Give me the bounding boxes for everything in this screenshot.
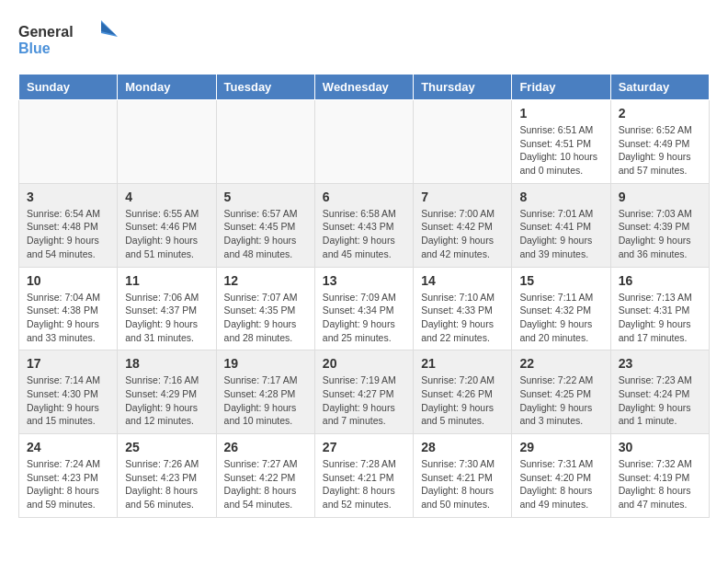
day-number: 10 [27,273,109,288]
day-info: Sunrise: 7:32 AM Sunset: 4:19 PM Dayligh… [619,457,701,511]
day-info: Sunrise: 7:03 AM Sunset: 4:39 PM Dayligh… [619,207,701,261]
day-number: 16 [619,273,701,288]
day-info: Sunrise: 7:31 AM Sunset: 4:20 PM Dayligh… [519,457,602,511]
day-number: 26 [224,440,307,454]
day-number: 20 [323,356,405,371]
day-of-week-header: Thursday [414,75,512,100]
calendar-cell: 20Sunrise: 7:19 AM Sunset: 4:27 PM Dayli… [314,350,413,434]
calendar-cell: 21Sunrise: 7:20 AM Sunset: 4:26 PM Dayli… [414,350,512,434]
day-number: 19 [224,356,307,371]
calendar-cell: 19Sunrise: 7:17 AM Sunset: 4:28 PM Dayli… [216,350,314,434]
calendar-week-row: 10Sunrise: 7:04 AM Sunset: 4:38 PM Dayli… [19,267,710,350]
day-info: Sunrise: 6:58 AM Sunset: 4:43 PM Dayligh… [323,207,405,261]
day-number: 6 [323,190,405,204]
day-info: Sunrise: 6:51 AM Sunset: 4:51 PM Dayligh… [519,123,602,178]
day-number: 28 [421,440,504,454]
calendar-cell: 9Sunrise: 7:03 AM Sunset: 4:39 PM Daylig… [610,183,709,267]
calendar-cell: 17Sunrise: 7:14 AM Sunset: 4:30 PM Dayli… [19,350,118,434]
day-info: Sunrise: 7:30 AM Sunset: 4:21 PM Dayligh… [421,457,504,511]
calendar-header-row: SundayMondayTuesdayWednesdayThursdayFrid… [19,75,710,100]
day-info: Sunrise: 6:52 AM Sunset: 4:49 PM Dayligh… [619,123,701,178]
day-info: Sunrise: 7:01 AM Sunset: 4:41 PM Dayligh… [519,207,602,261]
calendar-cell: 28Sunrise: 7:30 AM Sunset: 4:21 PM Dayli… [414,434,512,518]
logo-svg: General Blue [18,18,119,59]
day-number: 12 [224,273,307,288]
calendar-week-row: 3Sunrise: 6:54 AM Sunset: 4:48 PM Daylig… [19,183,710,267]
calendar-cell: 11Sunrise: 7:06 AM Sunset: 4:37 PM Dayli… [118,267,216,350]
day-info: Sunrise: 7:07 AM Sunset: 4:35 PM Dayligh… [224,291,307,345]
day-info: Sunrise: 7:00 AM Sunset: 4:42 PM Dayligh… [421,207,504,261]
calendar-cell: 30Sunrise: 7:32 AM Sunset: 4:19 PM Dayli… [610,434,709,518]
day-number: 8 [519,190,602,204]
calendar-cell [414,100,512,184]
calendar-table: SundayMondayTuesdayWednesdayThursdayFrid… [18,74,710,518]
day-number: 29 [519,440,602,454]
day-number: 25 [125,440,208,454]
day-number: 15 [519,273,602,288]
day-of-week-header: Tuesday [216,75,314,100]
day-of-week-header: Sunday [19,75,118,100]
calendar-cell: 4Sunrise: 6:55 AM Sunset: 4:46 PM Daylig… [118,183,216,267]
logo: General Blue [18,18,119,59]
calendar-cell: 7Sunrise: 7:00 AM Sunset: 4:42 PM Daylig… [414,183,512,267]
day-number: 30 [619,440,701,454]
day-info: Sunrise: 7:26 AM Sunset: 4:23 PM Dayligh… [125,457,208,511]
day-info: Sunrise: 7:28 AM Sunset: 4:21 PM Dayligh… [323,457,405,511]
calendar-cell: 12Sunrise: 7:07 AM Sunset: 4:35 PM Dayli… [216,267,314,350]
day-info: Sunrise: 6:57 AM Sunset: 4:45 PM Dayligh… [224,207,307,261]
day-number: 11 [125,273,208,288]
day-info: Sunrise: 7:20 AM Sunset: 4:26 PM Dayligh… [421,373,504,428]
day-number: 14 [421,273,504,288]
day-number: 21 [421,356,504,371]
calendar-cell: 16Sunrise: 7:13 AM Sunset: 4:31 PM Dayli… [610,267,709,350]
calendar-cell: 23Sunrise: 7:23 AM Sunset: 4:24 PM Dayli… [610,350,709,434]
day-info: Sunrise: 7:10 AM Sunset: 4:33 PM Dayligh… [421,291,504,345]
calendar-cell: 3Sunrise: 6:54 AM Sunset: 4:48 PM Daylig… [19,183,118,267]
calendar-cell [118,100,216,184]
day-info: Sunrise: 7:17 AM Sunset: 4:28 PM Dayligh… [224,373,307,428]
day-number: 27 [323,440,405,454]
day-info: Sunrise: 7:11 AM Sunset: 4:32 PM Dayligh… [519,291,602,345]
day-info: Sunrise: 7:22 AM Sunset: 4:25 PM Dayligh… [519,373,602,428]
calendar-cell: 24Sunrise: 7:24 AM Sunset: 4:23 PM Dayli… [19,434,118,518]
calendar-cell [314,100,413,184]
day-number: 9 [619,190,701,204]
day-number: 22 [519,356,602,371]
day-number: 5 [224,190,307,204]
day-number: 24 [27,440,109,454]
calendar-cell: 10Sunrise: 7:04 AM Sunset: 4:38 PM Dayli… [19,267,118,350]
day-info: Sunrise: 7:04 AM Sunset: 4:38 PM Dayligh… [27,291,109,345]
day-info: Sunrise: 7:23 AM Sunset: 4:24 PM Dayligh… [619,373,701,428]
calendar-cell: 1Sunrise: 6:51 AM Sunset: 4:51 PM Daylig… [512,100,610,184]
calendar-cell: 26Sunrise: 7:27 AM Sunset: 4:22 PM Dayli… [216,434,314,518]
day-number: 7 [421,190,504,204]
day-info: Sunrise: 7:24 AM Sunset: 4:23 PM Dayligh… [27,457,109,511]
day-of-week-header: Friday [512,75,610,100]
day-info: Sunrise: 7:16 AM Sunset: 4:29 PM Dayligh… [125,373,208,428]
day-info: Sunrise: 6:54 AM Sunset: 4:48 PM Dayligh… [27,207,109,261]
day-number: 18 [125,356,208,371]
calendar-cell: 8Sunrise: 7:01 AM Sunset: 4:41 PM Daylig… [512,183,610,267]
day-number: 13 [323,273,405,288]
day-info: Sunrise: 7:27 AM Sunset: 4:22 PM Dayligh… [224,457,307,511]
calendar-cell: 2Sunrise: 6:52 AM Sunset: 4:49 PM Daylig… [610,100,709,184]
header: General Blue [18,18,710,59]
calendar-week-row: 17Sunrise: 7:14 AM Sunset: 4:30 PM Dayli… [19,350,710,434]
day-info: Sunrise: 7:13 AM Sunset: 4:31 PM Dayligh… [619,291,701,345]
calendar-cell: 27Sunrise: 7:28 AM Sunset: 4:21 PM Dayli… [314,434,413,518]
day-info: Sunrise: 7:19 AM Sunset: 4:27 PM Dayligh… [323,373,405,428]
calendar-cell: 13Sunrise: 7:09 AM Sunset: 4:34 PM Dayli… [314,267,413,350]
day-info: Sunrise: 7:06 AM Sunset: 4:37 PM Dayligh… [125,291,208,345]
calendar-cell: 15Sunrise: 7:11 AM Sunset: 4:32 PM Dayli… [512,267,610,350]
day-number: 3 [27,190,109,204]
day-info: Sunrise: 7:14 AM Sunset: 4:30 PM Dayligh… [27,373,109,428]
day-number: 23 [619,356,701,371]
day-number: 17 [27,356,109,371]
calendar-cell: 25Sunrise: 7:26 AM Sunset: 4:23 PM Dayli… [118,434,216,518]
svg-text:Blue: Blue [18,40,51,56]
day-info: Sunrise: 7:09 AM Sunset: 4:34 PM Dayligh… [323,291,405,345]
calendar-cell: 29Sunrise: 7:31 AM Sunset: 4:20 PM Dayli… [512,434,610,518]
day-info: Sunrise: 6:55 AM Sunset: 4:46 PM Dayligh… [125,207,208,261]
calendar-cell: 6Sunrise: 6:58 AM Sunset: 4:43 PM Daylig… [314,183,413,267]
calendar-week-row: 1Sunrise: 6:51 AM Sunset: 4:51 PM Daylig… [19,100,710,184]
